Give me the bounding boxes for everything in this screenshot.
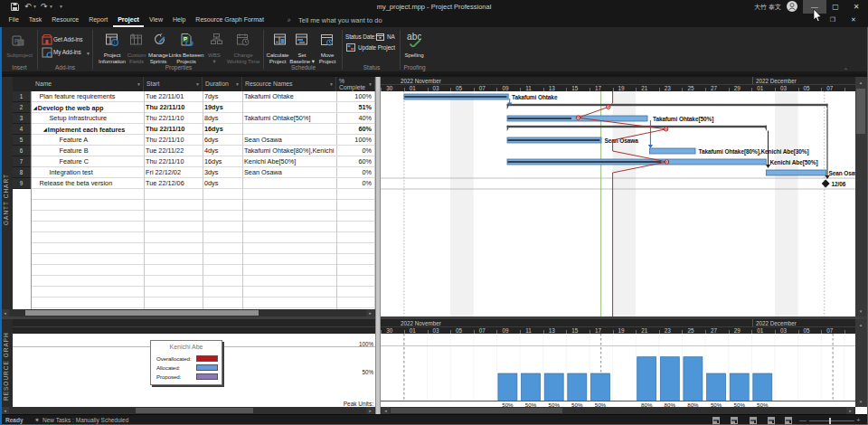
tab-file[interactable]: File (4, 14, 24, 27)
row-id-cell[interactable]: 2 (13, 102, 31, 113)
legend-hscroll-thumb[interactable] (136, 408, 253, 413)
status-date-button[interactable]: Status Date:NA (345, 33, 396, 42)
row-id-cell[interactable]: 3 (13, 113, 31, 124)
row-id-cell[interactable]: 5 (13, 135, 31, 146)
filter-dropdown-icon[interactable]: ▼ (195, 81, 200, 87)
task-duration-cell[interactable]: 4dys (204, 146, 241, 156)
scroll-right-icon[interactable]: ▸ (366, 407, 374, 414)
task-start-cell[interactable]: Tue 22/12/06 (146, 178, 202, 189)
legend-hscrollbar[interactable]: ◂ ▸ (0, 407, 375, 414)
get-add-ins-button[interactable]: Get Add-ins (41, 34, 90, 46)
subproject-button[interactable]: PSubproject (2, 31, 37, 69)
task-duration-cell[interactable]: 3dys (204, 167, 241, 178)
resource-allocation-bar[interactable] (753, 373, 772, 401)
resource-allocation-bar[interactable] (660, 357, 679, 401)
task-duration-cell[interactable]: 16dys (204, 124, 241, 135)
tab-task[interactable]: Task (24, 14, 46, 27)
task-name-cell[interactable]: Plan feature requirements (32, 91, 143, 102)
row-id-cell[interactable]: 7 (13, 156, 31, 167)
task-name-cell[interactable]: Feature B (32, 146, 143, 156)
resource-allocation-bar[interactable] (544, 373, 563, 401)
task-pct-complete-cell[interactable]: 100% (336, 91, 372, 102)
row-id-cell[interactable]: 6 (13, 146, 31, 156)
table-hscroll-thumb[interactable] (25, 310, 259, 316)
tab-view[interactable]: View (144, 14, 167, 27)
task-start-cell[interactable]: Thu 22/11/10 (146, 102, 202, 113)
task-resources-cell[interactable] (244, 102, 335, 113)
calculate-project-button[interactable]: +CalculateProject (264, 31, 291, 69)
tab-resource-graph-format[interactable]: Resource Graph Format (191, 14, 269, 27)
set-baseline-button[interactable]: SetBaseline ▾ (289, 31, 315, 69)
links-between-projects-button[interactable]: PLinks BetweenProjects (166, 31, 206, 69)
task-duration-cell[interactable]: 19dys (204, 102, 241, 113)
task-resources-cell[interactable]: Takafumi Ohtake (244, 91, 335, 102)
task-resources-cell[interactable]: Sean Osawa (244, 135, 335, 146)
collapse-triangle-icon[interactable]: ◢ (33, 102, 37, 113)
wbs-button[interactable]: WBS▾ (207, 31, 222, 69)
scroll-down-icon[interactable]: ▾ (856, 397, 865, 406)
tab-help[interactable]: Help (167, 14, 190, 27)
task-resources-cell[interactable] (244, 178, 335, 189)
scroll-left-icon[interactable]: ◂ (382, 407, 390, 414)
row-id-cell[interactable]: 9 (13, 178, 31, 189)
zoom-slider[interactable] (809, 420, 854, 421)
task-pct-complete-cell[interactable]: 100% (336, 135, 372, 146)
task-name-cell[interactable]: Release the beta version (32, 178, 143, 189)
resource-allocation-bar[interactable] (730, 373, 749, 401)
column-header-name[interactable]: Name▼ (33, 77, 144, 91)
task-name-cell[interactable]: ◢Implement each features (32, 124, 143, 135)
user-name[interactable]: 大竹 泰文 (754, 0, 781, 14)
resource-graph-chart[interactable]: 50%50%50%50%50%80%80%80%50%50%50% (381, 334, 855, 407)
task-resources-cell[interactable]: Takafumi Ohtake[80%],Kenichi Abe[30%] (244, 146, 335, 156)
pane-splitter-vertical[interactable] (375, 77, 381, 414)
resource-allocation-bar[interactable] (637, 357, 656, 401)
task-bar[interactable] (650, 148, 696, 154)
gantt-chart[interactable]: Takafumi OhtakeTakafumi Ohtake[50%]Sean … (381, 91, 855, 316)
scroll-right-icon[interactable]: ▸ (366, 309, 374, 316)
resource-graph-vscrollbar[interactable]: ▴ ▾ (855, 319, 867, 407)
task-pct-complete-cell[interactable]: 51% (336, 102, 372, 113)
tab-project[interactable]: Project (113, 14, 145, 27)
task-resources-cell[interactable] (244, 124, 335, 135)
scroll-down-icon[interactable]: ▾ (856, 307, 865, 316)
document-restore-button[interactable]: ❐ (823, 14, 843, 26)
search-icon[interactable]: ⌕ (288, 16, 291, 24)
task-start-cell[interactable]: Tue 22/11/01 (146, 91, 202, 102)
scroll-up-icon[interactable]: ▴ (856, 320, 865, 329)
task-name-cell[interactable]: Feature A (32, 135, 143, 146)
row-id-cell[interactable]: 1 (13, 91, 31, 102)
row-id-cell[interactable]: 4 (13, 124, 31, 135)
task-duration-cell[interactable]: 6dys (204, 135, 241, 146)
task-name-cell[interactable]: Integration test (32, 167, 143, 178)
task-start-cell[interactable]: Fri 22/12/02 (146, 167, 202, 178)
resource-graph-hscroll-thumb[interactable] (391, 408, 562, 413)
task-resources-cell[interactable]: Takafumi Ohtake[50%] (244, 113, 335, 124)
column-header--complete[interactable]: %Complete▼ (336, 77, 375, 91)
update-project-button[interactable]: Update Project (346, 43, 397, 53)
scroll-left-icon[interactable]: ◂ (1, 309, 9, 316)
task-duration-cell[interactable]: 16dys (204, 156, 241, 167)
tab-resource[interactable]: Resource (47, 14, 84, 27)
task-name-cell[interactable]: Feature C (32, 156, 143, 167)
gantt-vscroll-thumb[interactable] (856, 89, 865, 134)
resource-allocation-bar[interactable] (684, 357, 703, 401)
document-close-button[interactable]: ✕ (844, 14, 863, 26)
task-duration-cell[interactable]: 8dys (204, 113, 241, 124)
resource-allocation-bar[interactable] (568, 373, 587, 401)
gantt-timescale[interactable]: 2022 November2022 December30010305070911… (381, 77, 855, 91)
task-start-cell[interactable]: Thu 22/11/10 (146, 135, 202, 146)
task-start-cell[interactable]: Tue 22/11/22 (146, 146, 202, 156)
move-project-button[interactable]: MoveProject (315, 31, 340, 69)
close-button[interactable]: ✕ (844, 0, 868, 14)
task-duration-cell[interactable]: 7dys (204, 91, 241, 102)
task-pct-complete-cell[interactable]: 60% (336, 124, 372, 135)
row-id-cell[interactable]: 8 (13, 167, 31, 178)
resource-allocation-bar[interactable] (707, 373, 726, 401)
scroll-left-icon[interactable]: ◂ (1, 407, 9, 414)
task-pct-complete-cell[interactable]: 0% (336, 178, 372, 189)
my-add-ins-button[interactable]: My Add-ins▼ (41, 47, 90, 59)
collapse-ribbon-icon[interactable]: ⌃ (844, 67, 848, 73)
table-hscrollbar[interactable]: ◂ ▸ (0, 309, 375, 316)
task-pct-complete-cell[interactable]: 0% (336, 167, 372, 178)
task-resources-cell[interactable]: Kenichi Abe[50%] (244, 156, 335, 167)
